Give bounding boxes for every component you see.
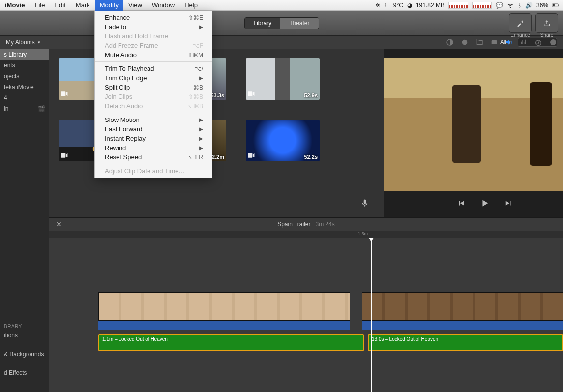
menu-join-clips: Join Clips⇧⌘B — [95, 92, 212, 101]
mac-menubar: iMovie File Edit Mark Modify View Window… — [0, 0, 563, 11]
svg-rect-11 — [248, 91, 252, 96]
source-dropdown[interactable]: My Albums▾ — [6, 39, 40, 46]
volume-icon[interactable]: 🔊 — [525, 2, 533, 9]
clip-thumb[interactable]: 52.2s — [246, 120, 320, 161]
speed-icon[interactable] — [534, 38, 542, 46]
modify-dropdown: Enhance⇧⌘E Fade to▶ Flash and Hold Frame… — [94, 11, 212, 178]
menu-fast-forward[interactable]: Fast Forward▶ — [95, 124, 212, 134]
clip-duration: 2.2m — [212, 154, 224, 160]
weather-icon[interactable]: ☾ — [384, 2, 389, 9]
svg-rect-2 — [558, 4, 559, 6]
menu-fade-to[interactable]: Fade to▶ — [95, 22, 212, 31]
sidebar-section-library: BRARY — [0, 321, 49, 330]
net-graph[interactable] — [472, 2, 492, 9]
sidebar-item-events[interactable]: ents — [0, 60, 49, 71]
next-button[interactable] — [504, 199, 513, 210]
timeline-header: ✕ Spain Trailer 3m 24s — [49, 217, 563, 231]
menu-window[interactable]: Window — [147, 0, 179, 11]
close-timeline-icon[interactable]: ✕ — [49, 220, 69, 228]
video-badge-icon — [248, 90, 255, 98]
menu-file[interactable]: File — [30, 0, 50, 11]
sidebar-item-teka[interactable]: teka iMovie — [0, 82, 49, 92]
menu-instant-replay[interactable]: Instant Replay▶ — [95, 134, 212, 143]
svg-rect-6 — [492, 40, 497, 44]
disk-icon[interactable]: ◕ — [407, 2, 412, 9]
volume-adjust-icon[interactable] — [505, 38, 513, 46]
enhance-label: Enhance — [509, 32, 532, 38]
fan-icon[interactable]: ✲ — [375, 2, 380, 9]
svg-rect-9 — [61, 91, 65, 96]
clip-duration: 53.3s — [210, 92, 224, 98]
sidebar-transitions[interactable]: itions — [0, 330, 49, 341]
svg-rect-1 — [553, 4, 555, 6]
enhance-button[interactable] — [509, 13, 532, 33]
preview-video[interactable] — [384, 58, 563, 191]
video-badge-icon — [61, 151, 68, 160]
menu-detach-audio: Detach Audio⌥⌘B — [95, 101, 212, 111]
video-clip-1[interactable] — [98, 292, 350, 321]
menu-slow-motion[interactable]: Slow Motion▶ — [95, 115, 212, 124]
bluetooth-icon[interactable]: ᛒ — [518, 2, 521, 9]
menu-reset-speed[interactable]: Reset Speed⌥⇧R — [95, 152, 212, 162]
menu-mark[interactable]: Mark — [71, 0, 95, 11]
battery-status[interactable]: 36% — [536, 2, 548, 9]
video-clip-2[interactable] — [362, 292, 563, 321]
tab-library[interactable]: Library — [244, 18, 280, 29]
svg-rect-12 — [61, 153, 65, 157]
share-label: Share — [535, 32, 558, 38]
sidebar-backgrounds[interactable]: & Backgrounds — [0, 349, 49, 360]
temp-status[interactable]: 9°C — [393, 2, 403, 9]
clip-duration: 52.9s — [304, 92, 318, 98]
crop-icon[interactable] — [475, 38, 483, 46]
prev-button[interactable] — [457, 199, 466, 210]
mic-icon[interactable] — [360, 199, 369, 210]
info-icon[interactable] — [549, 38, 557, 46]
eq-icon[interactable] — [520, 38, 528, 46]
tab-theater[interactable]: Theater — [280, 18, 318, 29]
menu-enhance[interactable]: Enhance⇧⌘E — [95, 13, 212, 22]
sidebar-item-library[interactable]: s Library — [0, 49, 49, 60]
menu-trim-edge[interactable]: Trim Clip Edge▶ — [95, 73, 212, 83]
chat-icon[interactable]: 💬 — [496, 2, 503, 9]
wifi-icon[interactable] — [507, 2, 514, 9]
menu-rewind[interactable]: Rewind▶ — [95, 143, 212, 152]
timeline[interactable]: 1.1m – Locked Out of Heaven 13.0s – Lock… — [49, 238, 563, 392]
view-segmented: Library Theater — [244, 17, 319, 29]
stabilize-icon[interactable] — [490, 38, 498, 46]
audio-track[interactable]: 1.1m – Locked Out of Heaven 13.0s – Lock… — [98, 334, 563, 351]
share-button[interactable] — [535, 13, 558, 33]
balance-icon[interactable] — [446, 38, 454, 46]
audio-clip-2[interactable]: 13.0s – Locked Out of Heaven — [368, 334, 563, 351]
menu-trim-playhead[interactable]: Trim To Playhead⌥/ — [95, 64, 212, 73]
menu-add-freeze: Add Freeze Frame⌥F — [95, 41, 212, 50]
clip-thumb[interactable]: 52.9s — [246, 58, 320, 100]
menu-adjust-date: Adjust Clip Date and Time… — [95, 166, 212, 176]
menu-view[interactable]: View — [123, 0, 147, 11]
color-icon[interactable] — [461, 38, 469, 46]
cpu-graph[interactable] — [448, 2, 468, 9]
menu-split-clip[interactable]: Split Clip⌘B — [95, 83, 212, 92]
timeline-ruler[interactable]: 1.5m — [49, 231, 563, 238]
video-badge-icon — [248, 151, 255, 160]
project-title: Spain Trailer — [277, 221, 310, 228]
audio-clip-1[interactable]: 1.1m – Locked Out of Heaven — [98, 334, 364, 351]
svg-point-5 — [462, 40, 468, 45]
clip-duration: 52.2s — [304, 154, 318, 160]
sidebar-item-in[interactable]: in🎬 — [0, 103, 49, 114]
menu-mute-audio[interactable]: Mute Audio⇧⌘M — [95, 50, 212, 60]
svg-rect-14 — [248, 153, 252, 157]
menu-edit[interactable]: Edit — [50, 0, 70, 11]
sidebar-item-projects[interactable]: ojects — [0, 71, 49, 82]
play-button[interactable] — [479, 198, 490, 211]
menu-help[interactable]: Help — [179, 0, 203, 11]
video-track[interactable] — [98, 292, 563, 321]
battery-icon[interactable] — [552, 2, 559, 9]
menu-modify[interactable]: Modify — [95, 0, 123, 11]
app-toolbar: Library Theater EnhanceShare — [0, 11, 563, 35]
sidebar-effects[interactable]: d Effects — [0, 367, 49, 378]
mem-status[interactable]: 191.82 MB — [416, 2, 444, 9]
app-name[interactable]: iMovie — [0, 1, 30, 9]
sidebar-item-4[interactable]: 4 — [0, 92, 49, 103]
playhead[interactable] — [371, 238, 372, 392]
ruler-marker: 1.5m — [358, 231, 368, 236]
